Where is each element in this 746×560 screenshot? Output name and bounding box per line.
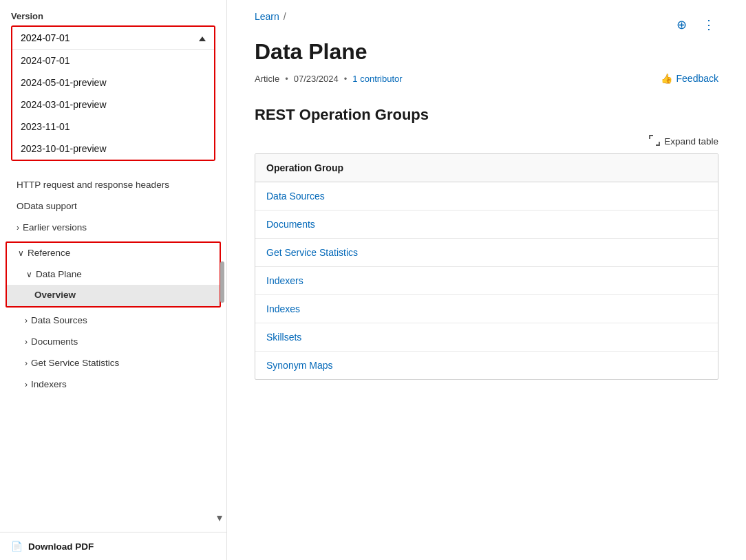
sidebar: Version 2024-07-01 2024-07-01 2024-05-01… [0, 0, 227, 560]
nav-item-label: Earlier versions [23, 222, 87, 235]
expand-icon [649, 135, 660, 148]
version-label: Version [11, 11, 215, 21]
main-content: Learn / ⊕ ⋮ Data Plane Article • 07/23/2… [227, 0, 746, 560]
chevron-right-icon: › [17, 222, 19, 234]
version-option[interactable]: 2024-03-01-preview [12, 94, 214, 116]
nav-item-label: Overview [34, 289, 76, 302]
nav-item-label: Reference [28, 247, 70, 260]
table-row: Indexes [255, 295, 718, 323]
chevron-down-icon: ∨ [18, 248, 24, 259]
operation-groups-table: Operation Group Data Sources Documents G… [255, 153, 718, 380]
nav-item-data-sources[interactable]: › Data Sources [0, 310, 226, 332]
header-actions: ⊕ ⋮ [672, 15, 718, 34]
download-pdf-button[interactable]: 📄 Download PDF [0, 532, 226, 560]
nav-item-odata[interactable]: OData support [0, 196, 226, 217]
nav-item-get-service-statistics[interactable]: › Get Service Statistics [0, 353, 226, 374]
version-option[interactable]: 2024-05-01-preview [12, 72, 214, 94]
table-link-documents[interactable]: Documents [266, 219, 315, 230]
data-table: Operation Group Data Sources Documents G… [255, 154, 718, 379]
expand-table-button[interactable]: Expand table [649, 135, 718, 148]
article-meta: Article • 07/23/2024 • 1 contributor 👍 F… [255, 73, 718, 84]
version-dropdown[interactable]: 2024-07-01 2024-07-01 2024-05-01-preview… [11, 25, 215, 161]
selected-version-text: 2024-07-01 [21, 32, 70, 43]
breadcrumb-separator: / [284, 11, 286, 22]
chevron-right-icon: › [25, 358, 28, 369]
version-option[interactable]: 2023-10-01-preview [12, 138, 214, 160]
table-link-synonym-maps[interactable]: Synonym Maps [266, 360, 332, 371]
nav-section: HTTP request and response headers OData … [0, 169, 226, 532]
table-link-get-service-statistics[interactable]: Get Service Statistics [266, 247, 358, 258]
add-to-collection-button[interactable]: ⊕ [672, 15, 691, 34]
nav-item-label: Indexers [31, 378, 67, 391]
table-row: Data Sources [255, 182, 718, 211]
version-option[interactable]: 2023-11-01 [12, 116, 214, 138]
chevron-up-icon [199, 32, 206, 43]
nav-item-reference[interactable]: ∨ Reference [7, 243, 220, 264]
nav-item-label: Data Plane [36, 268, 82, 281]
breadcrumb-learn-link[interactable]: Learn [255, 11, 279, 22]
nav-item-indexers[interactable]: › Indexers [0, 374, 226, 396]
nav-item-data-plane[interactable]: ∨ Data Plane [7, 264, 220, 286]
more-icon: ⋮ [703, 17, 715, 32]
table-row: Get Service Statistics [255, 239, 718, 267]
nav-item-label: HTTP request and response headers [17, 179, 169, 192]
table-column-header: Operation Group [255, 154, 718, 182]
pdf-icon: 📄 [11, 541, 23, 552]
scroll-down-arrow[interactable]: ▾ [217, 511, 222, 524]
breadcrumb: Learn / [255, 11, 286, 22]
nav-item-label: Documents [31, 336, 78, 349]
table-link-indexers[interactable]: Indexers [266, 275, 303, 286]
table-link-indexes[interactable]: Indexes [266, 303, 300, 314]
section-title: REST Operation Groups [255, 106, 718, 124]
table-link-skillsets[interactable]: Skillsets [266, 332, 301, 343]
table-row: Synonym Maps [255, 352, 718, 380]
table-link-data-sources[interactable]: Data Sources [266, 191, 325, 202]
page-title: Data Plane [255, 39, 718, 65]
table-row: Documents [255, 211, 718, 239]
expand-table-row: Expand table [255, 135, 718, 148]
more-options-button[interactable]: ⋮ [699, 15, 718, 34]
download-pdf-label: Download PDF [28, 541, 94, 552]
version-dropdown-menu: 2024-07-01 2024-05-01-preview 2024-03-01… [12, 49, 214, 160]
nav-item-documents[interactable]: › Documents [0, 332, 226, 353]
breadcrumb-row: Learn / ⊕ ⋮ [255, 11, 718, 39]
meta-date: 07/23/2024 [294, 74, 339, 84]
thumbs-up-icon: 👍 [661, 73, 672, 84]
feedback-label: Feedback [676, 73, 718, 84]
scrollbar[interactable] [220, 261, 224, 303]
nav-item-label: OData support [17, 200, 77, 213]
version-section: Version 2024-07-01 2024-07-01 2024-05-01… [0, 11, 226, 169]
contributors-link[interactable]: 1 contributor [352, 74, 402, 84]
nav-item-http-headers[interactable]: HTTP request and response headers [0, 175, 226, 196]
chevron-right-icon: › [25, 336, 28, 348]
nav-item-overview[interactable]: Overview [7, 285, 220, 306]
plus-circle-icon: ⊕ [676, 17, 687, 32]
nav-item-earlier-versions[interactable]: › Earlier versions [0, 217, 226, 239]
expand-table-label: Expand table [664, 136, 718, 147]
version-select-button[interactable]: 2024-07-01 [12, 27, 214, 49]
chevron-right-icon: › [25, 315, 28, 327]
table-row: Indexers [255, 267, 718, 295]
meta-type: Article [255, 74, 279, 84]
feedback-button[interactable]: 👍 Feedback [661, 73, 718, 84]
table-row: Skillsets [255, 323, 718, 352]
chevron-down-icon: ∨ [26, 269, 32, 281]
version-option[interactable]: 2024-07-01 [12, 50, 214, 72]
reference-nav-box: ∨ Reference ∨ Data Plane Overview [6, 241, 221, 308]
nav-item-label: Get Service Statistics [31, 357, 119, 370]
nav-item-label: Data Sources [31, 314, 87, 327]
chevron-right-icon: › [25, 379, 28, 391]
